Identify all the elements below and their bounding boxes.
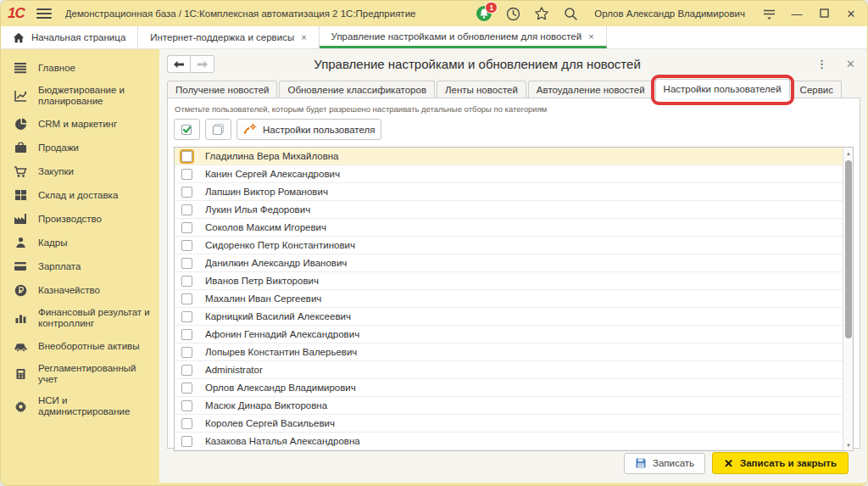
scroll-down-icon[interactable]: ▼ [843, 439, 854, 450]
main-menu-icon[interactable] [36, 8, 52, 19]
user-row[interactable]: Королев Сергей Васильевич [175, 415, 843, 433]
form-tab-4[interactable]: Настройки пользователей [655, 79, 790, 98]
sidebar-item-8[interactable]: Зарплата [1, 254, 159, 278]
planning-chart-icon [13, 89, 28, 103]
user-row[interactable]: Казакова Наталья Александровна [175, 433, 843, 450]
form-title: Управление настройками и обновлением для… [214, 57, 816, 71]
window-title: Демонстрационная база / 1С:Комплексная а… [65, 8, 476, 19]
user-row[interactable]: Сидоренко Петр Константинович [175, 237, 843, 254]
hint-text: Отметьте пользователей, которым будет ра… [175, 104, 854, 114]
user-name: Гладилина Вера Михайловна [205, 151, 339, 161]
save-and-close-button[interactable]: ✕ Записать и закрыть [712, 452, 849, 474]
nav-back-button[interactable] [167, 55, 191, 73]
minimize-button[interactable]: — [789, 8, 804, 20]
user-checkbox[interactable] [181, 436, 192, 447]
save-button[interactable]: Записать [624, 453, 705, 474]
sidebar-item-4[interactable]: Закупки [1, 159, 159, 183]
user-row[interactable]: Иванов Петр Викторович [175, 272, 843, 290]
wallet-icon [13, 260, 28, 273]
user-row[interactable]: Гладилина Вера Михайловна [175, 148, 843, 165]
sidebar-item-5[interactable]: Склад и доставка [1, 183, 159, 207]
form-tab-0[interactable]: Получение новостей [167, 81, 277, 98]
uncheck-all-button[interactable] [205, 119, 231, 140]
form-panel: Отметьте пользователей, которым будет ра… [167, 98, 860, 449]
user-checkbox[interactable] [181, 187, 192, 198]
user-row[interactable]: Лукин Илья Федорович [175, 201, 843, 219]
settings-menu-icon[interactable] [760, 5, 777, 22]
user-row[interactable]: Афонин Геннадий Александрович [175, 326, 843, 344]
list-toolbar: Настройки пользователя [174, 119, 854, 140]
sidebar-item-2[interactable]: CRM и маркетинг [1, 112, 159, 136]
favorites-star-icon[interactable] [533, 5, 550, 22]
user-row[interactable]: Лапшин Виктор Романович [175, 183, 843, 201]
user-checkbox[interactable] [181, 258, 192, 269]
form-tab-5[interactable]: Сервис [792, 81, 842, 98]
sidebar-item-12[interactable]: Регламентированный учет [1, 358, 159, 390]
form-tab-3[interactable]: Автоудаление новостей [528, 81, 654, 98]
user-checkbox[interactable] [181, 311, 192, 322]
user-row[interactable]: Данилкин Александр Иванович [175, 254, 843, 272]
user-row[interactable]: Махалин Иван Сергеевич [175, 290, 843, 308]
save-close-x-icon: ✕ [724, 457, 733, 470]
user-name: Лукин Илья Федорович [205, 204, 310, 215]
pie-chart-icon [13, 117, 28, 131]
sidebar-item-10[interactable]: Финансовый результат и контроллинг [1, 302, 159, 334]
history-icon[interactable] [504, 5, 521, 22]
sidebar-item-9[interactable]: Казначейство [1, 278, 159, 302]
user-row[interactable]: Лопырев Константин Валерьевич [175, 344, 843, 361]
check-all-button[interactable] [174, 119, 200, 140]
ledger-icon [13, 367, 28, 381]
user-checkbox[interactable] [181, 276, 192, 287]
tab-home-page[interactable]: Начальная страница [1, 26, 138, 48]
user-checkbox[interactable] [181, 365, 192, 376]
notification-badge: 1 [485, 2, 498, 14]
form-close-icon[interactable]: ✕ [846, 58, 855, 70]
sidebar-item-3[interactable]: Продажи [1, 136, 159, 159]
user-checkbox[interactable] [181, 329, 192, 340]
user-checkbox[interactable] [181, 400, 192, 411]
scrollbar-thumb[interactable] [845, 160, 852, 338]
sidebar-item-7[interactable]: Кадры [1, 231, 159, 254]
sidebar-item-0[interactable]: Главное [1, 56, 159, 80]
user-row[interactable]: Соколов Максим Игоревич [175, 219, 843, 237]
scroll-up-icon[interactable]: ▲ [843, 148, 854, 159]
more-actions-icon[interactable]: ⋮ [816, 58, 827, 70]
user-row[interactable]: Орлов Александр Владимирович [175, 379, 843, 397]
notifications-bell-icon[interactable]: 1 [476, 5, 492, 22]
search-icon[interactable] [562, 5, 579, 22]
user-settings-button[interactable]: Настройки пользователя [236, 119, 381, 140]
sidebar-item-1[interactable]: Бюджетирование и планирование [1, 80, 159, 112]
user-row[interactable]: Канин Сергей Александрович [175, 165, 843, 183]
user-checkbox[interactable] [181, 204, 192, 215]
user-row[interactable]: Карницкий Василий Алексеевич [175, 308, 843, 326]
tab-close-icon[interactable]: × [301, 32, 306, 42]
tab-close-icon[interactable]: × [588, 31, 593, 42]
user-checkbox[interactable] [181, 383, 192, 394]
form-tab-2[interactable]: Ленты новостей [437, 81, 526, 98]
vertical-scrollbar[interactable]: ▲ ▼ [843, 148, 853, 450]
user-checkbox[interactable] [181, 240, 192, 251]
user-checkbox[interactable] [181, 151, 192, 162]
user-checkbox[interactable] [181, 418, 192, 429]
maximize-button[interactable] [816, 8, 832, 20]
current-user[interactable]: Орлов Александр Владимирович [594, 8, 745, 19]
person-icon [13, 236, 28, 249]
window-tab-1[interactable]: Управление настройками и обновлением для… [320, 26, 607, 48]
close-window-button[interactable]: ✕ [843, 8, 859, 20]
car-icon [13, 339, 28, 353]
sidebar-item-13[interactable]: НСИ и администрирование [1, 390, 159, 422]
form-tab-1[interactable]: Обновление классификаторов [279, 81, 435, 98]
user-row[interactable]: Масюк Динара Викторовна [175, 397, 843, 415]
gear-icon [13, 399, 28, 413]
user-row[interactable]: Administrator [175, 361, 843, 379]
user-checkbox[interactable] [181, 347, 192, 358]
user-name: Афонин Геннадий Александрович [205, 329, 359, 339]
sidebar-item-11[interactable]: Внеоборотные активы [1, 334, 159, 358]
window-tab-0[interactable]: Интернет-поддержка и сервисы × [138, 26, 319, 48]
home-icon [13, 32, 25, 43]
nav-forward-button[interactable] [191, 55, 214, 73]
user-checkbox[interactable] [181, 169, 192, 180]
user-checkbox[interactable] [181, 293, 192, 304]
sidebar-item-6[interactable]: Производство [1, 207, 159, 231]
user-checkbox[interactable] [181, 222, 192, 233]
